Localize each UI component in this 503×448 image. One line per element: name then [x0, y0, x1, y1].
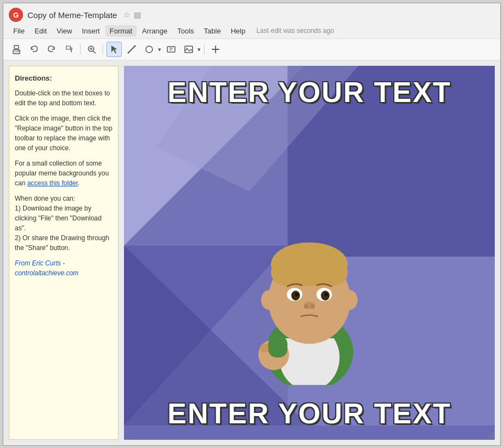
meme-top-text[interactable]: ENTER YOUR TEXT	[124, 76, 495, 109]
directions-para2: Click on the image, then click the "Repl…	[15, 114, 112, 153]
resize-handle[interactable]	[487, 432, 494, 439]
folder-icon[interactable]: ▤	[134, 10, 141, 19]
toolbar-separator-1	[80, 44, 81, 55]
menu-edit[interactable]: Edit	[30, 25, 51, 37]
directions-para4: When done you can: 1) Download the image…	[15, 194, 112, 253]
menu-format[interactable]: Format	[105, 25, 137, 37]
image-button[interactable]	[181, 42, 196, 57]
undo-button[interactable]	[26, 42, 42, 57]
svg-rect-1	[14, 46, 19, 49]
google-logo: G	[9, 8, 23, 22]
toolbar-separator-2	[103, 44, 103, 55]
directions-title: Directions:	[15, 73, 112, 84]
select-button[interactable]	[106, 42, 122, 57]
menu-arrange[interactable]: Arrange	[138, 25, 172, 37]
meme-bottom-text[interactable]: ENTER YOUR TEXT	[124, 397, 495, 430]
svg-rect-12	[167, 47, 175, 52]
svg-point-11	[146, 46, 152, 53]
svg-line-49	[493, 438, 494, 439]
meme-baby-image[interactable]	[238, 215, 381, 385]
zoom-button[interactable]	[84, 42, 99, 57]
svg-point-10	[134, 46, 136, 47]
toolbar-separator-3	[204, 44, 205, 55]
svg-point-3	[18, 50, 19, 52]
toolbar: ▾ ▾	[3, 38, 500, 60]
main-content: Directions: Double-click on the text box…	[3, 60, 500, 445]
shape-button[interactable]	[142, 42, 157, 57]
svg-rect-46	[268, 336, 287, 358]
menu-help[interactable]: Help	[227, 25, 250, 37]
menu-bar: File Edit View Insert Format Arrange Too…	[3, 23, 500, 38]
svg-point-33	[261, 290, 278, 310]
svg-point-43	[310, 304, 315, 309]
app-window: G Copy of Meme-Template ☆ ▤ File Edit Vi…	[3, 3, 501, 446]
directions-panel: Directions: Double-click on the text box…	[9, 66, 118, 440]
print-button[interactable]	[9, 42, 24, 57]
paint-format-button[interactable]	[61, 42, 77, 57]
svg-line-8	[128, 46, 135, 53]
last-edit-status: Last edit was seconds ago	[256, 27, 334, 35]
redo-button[interactable]	[44, 42, 59, 57]
menu-tools[interactable]: Tools	[173, 25, 198, 37]
title-icons: ☆ ▤	[123, 10, 141, 19]
folder-link[interactable]: access this folder	[27, 179, 78, 187]
svg-point-40	[325, 293, 328, 296]
directions-para1: Double-click on the text boxes to edit t…	[15, 88, 112, 108]
title-bar: G Copy of Meme-Template ☆ ▤	[3, 3, 500, 23]
svg-point-32	[315, 259, 348, 286]
directions-footer: From Eric Curts - controlaltachieve.com	[15, 258, 112, 278]
textbox-button[interactable]	[163, 42, 179, 57]
menu-table[interactable]: Table	[200, 25, 225, 37]
svg-point-9	[128, 52, 129, 54]
add-button[interactable]	[208, 42, 223, 57]
meme-template: ENTER YOUR TEXT	[124, 66, 495, 440]
line-button[interactable]	[124, 42, 139, 57]
svg-line-5	[93, 51, 95, 53]
menu-view[interactable]: View	[52, 25, 76, 37]
document-title: Copy of Meme-Template	[27, 10, 117, 20]
svg-rect-15	[185, 46, 193, 53]
menu-file[interactable]: File	[9, 25, 29, 37]
svg-point-31	[271, 259, 304, 286]
svg-line-47	[487, 432, 494, 439]
menu-insert[interactable]: Insert	[77, 25, 104, 37]
svg-point-42	[304, 304, 308, 309]
drawing-canvas[interactable]: ENTER YOUR TEXT	[124, 66, 495, 440]
svg-rect-2	[14, 51, 19, 53]
shape-dropdown-arrow[interactable]: ▾	[158, 46, 161, 53]
star-icon[interactable]: ☆	[123, 10, 131, 19]
image-dropdown-arrow[interactable]: ▾	[197, 46, 201, 53]
svg-point-34	[341, 290, 358, 310]
svg-point-39	[295, 293, 298, 296]
directions-para3: For a small collection of some popular m…	[15, 158, 112, 188]
